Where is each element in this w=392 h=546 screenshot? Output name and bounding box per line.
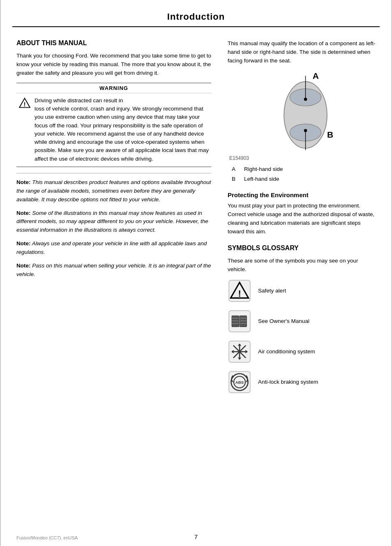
symbols-title: SYMBOLS GLOSSARY (228, 244, 376, 252)
legend-item-a: A Right-hand side (232, 164, 376, 174)
symbols-intro: These are some of the symbols you may se… (228, 257, 376, 274)
warning-icon: ! (19, 97, 31, 163)
note-3: Note: Always use and operate your vehicl… (16, 240, 211, 257)
svg-rect-15 (232, 316, 239, 327)
note-4: Note: Pass on this manual when selling y… (16, 262, 211, 279)
svg-point-6 (304, 98, 307, 101)
diagram: A B E154903 (228, 72, 376, 161)
page-title: Introduction (12, 12, 380, 22)
warning-line1: Driving while distracted can result in (35, 97, 123, 104)
svg-text:!: ! (238, 288, 241, 298)
svg-point-9 (304, 129, 307, 132)
symbol-safety-alert: ! Safety alert (228, 279, 376, 303)
note-1: Note: This manual describes product feat… (16, 178, 211, 204)
svg-text:ABS: ABS (235, 380, 244, 385)
symbol-air-conditioning: Air conditioning system (228, 340, 376, 364)
abs-icon: ABS (228, 370, 251, 394)
air-conditioning-icon (228, 340, 251, 364)
safety-alert-label: Safety alert (258, 288, 286, 294)
about-paragraph: Thank you for choosing Ford. We recommen… (16, 52, 211, 78)
right-column: This manual may qualify the location of … (228, 39, 376, 401)
protecting-title: Protecting the Environment (228, 191, 376, 198)
warning-header: WARNING (16, 83, 211, 93)
air-conditioning-label: Air conditioning system (258, 348, 315, 355)
page-number: 7 (0, 533, 392, 540)
legend-item-b: B Left-hand side (232, 174, 376, 184)
svg-text:A: A (313, 72, 319, 81)
abs-label: Anti-lock braking system (258, 379, 318, 385)
svg-text:!: ! (24, 101, 26, 108)
owners-manual-icon (228, 309, 251, 333)
note-2: Note: Some of the illustrations in this … (16, 209, 211, 235)
owners-manual-label: See Owner's Manual (258, 318, 309, 324)
right-intro: This manual may qualify the location of … (228, 39, 376, 65)
divider-1 (16, 173, 211, 173)
warning-box: WARNING ! Driving while distracted can r… (16, 83, 211, 167)
svg-text:B: B (327, 130, 333, 139)
safety-alert-icon: ! (228, 279, 251, 303)
symbols-glossary: SYMBOLS GLOSSARY These are some of the s… (228, 244, 376, 394)
left-column: ABOUT THIS MANUAL Thank you for choosing… (16, 39, 211, 401)
svg-rect-16 (240, 316, 247, 327)
about-title: ABOUT THIS MANUAL (16, 39, 211, 47)
diagram-caption: E154903 (228, 155, 376, 161)
warning-line2: loss of vehicle control, crash and injur… (35, 106, 209, 162)
diagram-legend: A Right-hand side B Left-hand side (228, 164, 376, 184)
protecting-text: You must play your part in protecting th… (228, 202, 376, 236)
symbol-owners-manual: See Owner's Manual (228, 309, 376, 333)
symbol-abs: ABS Anti-lock braking system (228, 370, 376, 394)
